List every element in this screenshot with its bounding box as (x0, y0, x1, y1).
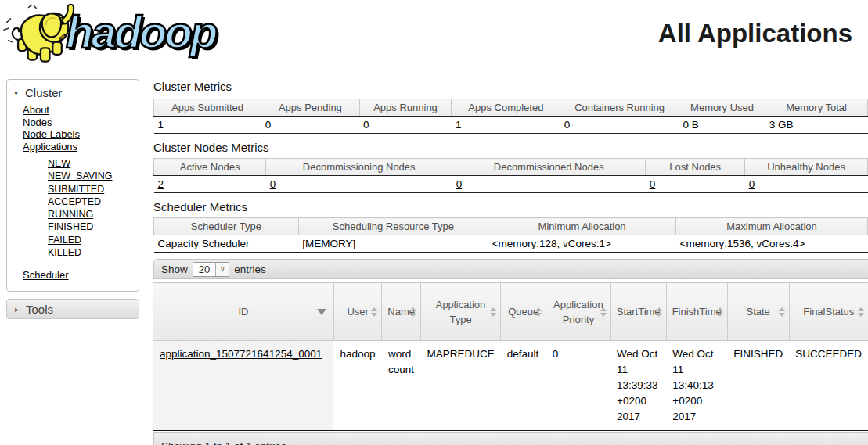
sidebar-item-about[interactable]: About (23, 104, 49, 116)
minimum-allocation-value: <memory:128, vCores:1> (488, 235, 676, 253)
containers-running-value: 0 (560, 117, 679, 134)
sidebar-item-state-finished[interactable]: FINISHED (48, 221, 93, 232)
sidebar-item-nodes[interactable]: Nodes (23, 117, 52, 128)
scheduler-metrics-title: Scheduler Metrics (153, 200, 868, 214)
sidebar: ▾ Cluster About Nodes Node Labels Applic… (6, 79, 139, 319)
showing-entries-text: Showing 1 to 1 of 1 entries (161, 440, 286, 445)
apps-pending-value: 0 (261, 117, 359, 134)
entries-label: entries (234, 264, 266, 275)
sort-both-icon (490, 307, 496, 317)
page-title: All Applications (658, 19, 852, 48)
decommissioned-nodes-value: 0 (452, 176, 646, 193)
table-row: Capacity Scheduler [MEMORY] <memory:128,… (154, 235, 868, 253)
cluster-metrics-title: Cluster Metrics (153, 80, 868, 93)
collapse-icon: ▾ (14, 88, 18, 97)
sort-both-icon (656, 307, 662, 317)
col-header-finishtime[interactable]: FinishTime (666, 283, 727, 341)
table-header-row: Apps Submitted Apps Pending Apps Running… (154, 99, 868, 117)
decommissioning-nodes-link[interactable]: 0 (270, 178, 276, 190)
sort-desc-icon (317, 309, 326, 315)
hadoop-wordmark: hadoop (66, 2, 215, 63)
lost-nodes-value: 0 (646, 176, 745, 193)
nav-item: Applications (23, 141, 139, 153)
col-header-finalstatus[interactable]: FinalStatus (789, 283, 868, 341)
application-finalstatus-cell: SUCCEEDED (789, 341, 868, 431)
col-decommissioning-nodes: Decommissioning Nodes (266, 159, 452, 176)
memory-total-value: 3 GB (765, 117, 868, 134)
application-id-link[interactable]: application_1507721641254_0001 (160, 348, 322, 360)
col-minimum-allocation: Minimum Allocation (488, 218, 676, 235)
show-label: Show (161, 264, 188, 275)
col-header-name[interactable]: Name (382, 283, 420, 341)
table-info-bar: Showing 1 to 1 of 1 entries (153, 432, 868, 445)
memory-used-value: 0 B (679, 117, 765, 134)
app-states-nav-list: NEW NEW_SAVING SUBMITTED ACCEPTED RUNNIN… (7, 157, 139, 259)
sidebar-item-node-labels[interactable]: Node Labels (23, 128, 80, 140)
sidebar-item-state-accepted[interactable]: ACCEPTED (48, 196, 101, 207)
col-header-starttime[interactable]: StartTime (610, 283, 666, 341)
hadoop-logo: hadoop (2, 2, 215, 67)
sort-both-icon (858, 307, 864, 317)
table-row: 1 0 0 1 0 0 B 3 GB (154, 117, 868, 134)
sidebar-item-applications[interactable]: Applications (23, 141, 77, 153)
application-finishtime-cell: Wed Oct 11 13:40:13 +0200 2017 (666, 341, 727, 431)
sidebar-item-scheduler[interactable]: Scheduler (23, 269, 69, 281)
decommissioning-nodes-value: 0 (266, 176, 452, 193)
col-header-application-priority[interactable]: Application Priority (546, 283, 610, 341)
col-apps-completed: Apps Completed (452, 99, 560, 117)
nav-item: ACCEPTED (48, 196, 139, 208)
application-row: application_1507721641254_0001 hadoop wo… (153, 341, 868, 431)
cluster-nav-box: ▾ Cluster About Nodes Node Labels Applic… (6, 79, 139, 292)
cluster-metrics-table: Apps Submitted Apps Pending Apps Running… (153, 99, 868, 134)
col-scheduler-type: Scheduler Type (154, 218, 299, 235)
col-memory-total: Memory Total (765, 99, 868, 117)
application-id-cell: application_1507721641254_0001 (153, 341, 333, 431)
lost-nodes-link[interactable]: 0 (650, 178, 656, 190)
apps-submitted-value: 1 (154, 117, 261, 134)
nav-item: Node Labels (23, 128, 139, 141)
cluster-nodes-metrics-title: Cluster Nodes Metrics (153, 141, 868, 154)
sort-both-icon (371, 307, 377, 317)
chevron-down-icon: ∨ (215, 263, 229, 276)
nav-item: Nodes (23, 117, 139, 129)
col-header-user[interactable]: User (333, 283, 381, 341)
tools-section-label: Tools (26, 303, 53, 316)
applications-table: ID User Name Application Type Queue Appl… (153, 282, 868, 431)
col-header-state[interactable]: State (727, 283, 789, 341)
page-size-select[interactable]: 20 ∨ (193, 262, 229, 277)
table-row: 2 0 0 0 0 (154, 176, 868, 193)
sidebar-item-state-killed[interactable]: KILLED (48, 247, 81, 258)
sidebar-item-state-new[interactable]: NEW (48, 158, 70, 169)
col-apps-pending: Apps Pending (261, 99, 359, 117)
col-unhealthy-nodes: Unhealthy Nodes (745, 159, 868, 176)
nav-item: RUNNING (48, 208, 139, 221)
col-header-queue[interactable]: Queue (501, 283, 546, 341)
scheduler-type-value: Capacity Scheduler (154, 235, 299, 253)
tools-section-header[interactable]: ▸ Tools (6, 299, 139, 319)
scheduling-resource-type-value: [MEMORY] (298, 235, 488, 253)
application-type-cell: MAPREDUCE (420, 341, 500, 431)
scheduler-metrics-table: Scheduler Type Scheduling Resource Type … (153, 217, 868, 253)
table-length-bar: Show 20 ∨ entries (153, 259, 868, 279)
unhealthy-nodes-link[interactable]: 0 (749, 178, 755, 190)
sidebar-item-state-submitted[interactable]: SUBMITTED (48, 184, 104, 195)
col-containers-running: Containers Running (560, 99, 679, 117)
expand-icon: ▸ (15, 305, 19, 314)
col-header-id[interactable]: ID (153, 283, 333, 341)
sidebar-item-state-running[interactable]: RUNNING (48, 209, 93, 220)
nav-item: About (23, 104, 139, 117)
cluster-section-header[interactable]: ▾ Cluster (7, 84, 139, 104)
nav-item: NEW (48, 157, 139, 170)
active-nodes-link[interactable]: 2 (158, 178, 164, 190)
nav-item: KILLED (48, 246, 139, 259)
cluster-nav-list: About Nodes Node Labels Applications (7, 104, 139, 153)
cluster-nodes-metrics-table: Active Nodes Decommissioning Nodes Decom… (153, 158, 868, 193)
col-header-application-type[interactable]: Application Type (420, 283, 500, 341)
table-header-row: Active Nodes Decommissioning Nodes Decom… (154, 159, 868, 176)
sidebar-item-state-new-saving[interactable]: NEW_SAVING (48, 170, 112, 181)
sidebar-item-state-failed[interactable]: FAILED (48, 235, 81, 246)
col-decommissioned-nodes: Decommissioned Nodes (452, 159, 646, 176)
col-active-nodes: Active Nodes (154, 159, 266, 176)
table-header-row: Scheduler Type Scheduling Resource Type … (154, 218, 868, 235)
decommissioned-nodes-link[interactable]: 0 (456, 178, 463, 190)
